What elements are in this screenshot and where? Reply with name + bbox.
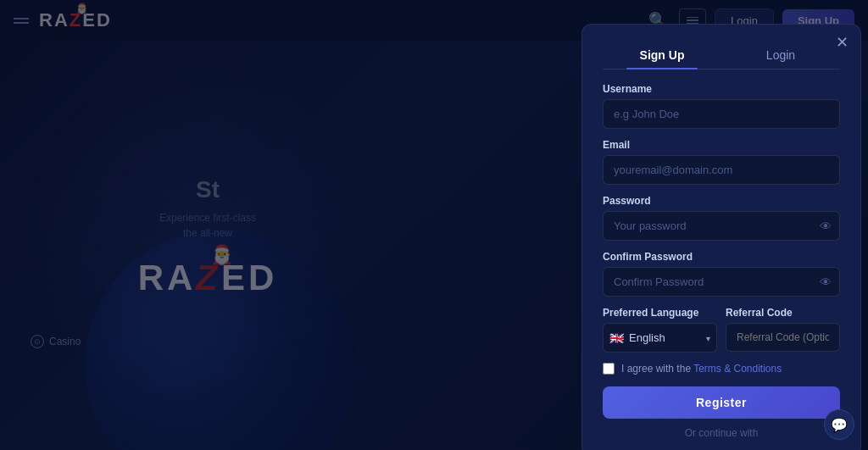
confirm-password-label: Confirm Password — [603, 251, 840, 263]
email-group: Email — [603, 139, 840, 185]
language-referral-row: Preferred Language 🇬🇧 English ▾ Referral… — [603, 307, 840, 353]
username-label: Username — [603, 83, 840, 95]
language-label: Preferred Language — [603, 307, 717, 319]
agree-text: I agree with the — [621, 363, 693, 375]
support-icon: 💬 — [831, 417, 848, 433]
referral-col: Referral Code — [726, 307, 840, 353]
password-group: Password 👁 — [603, 195, 840, 241]
confirm-password-group: Confirm Password 👁 — [603, 251, 840, 297]
email-label: Email — [603, 139, 840, 151]
flag-icon: 🇬🇧 — [609, 331, 624, 345]
terms-checkbox[interactable] — [603, 363, 615, 375]
register-button[interactable]: Register — [603, 386, 840, 419]
referral-input[interactable] — [726, 323, 840, 352]
password-wrapper: 👁 — [603, 211, 840, 241]
email-input[interactable] — [603, 155, 840, 185]
confirm-password-wrapper: 👁 — [603, 267, 840, 297]
support-button[interactable]: 💬 — [824, 409, 854, 440]
tab-login[interactable]: Login — [721, 42, 840, 69]
confirm-password-input[interactable] — [603, 267, 840, 297]
password-eye-icon[interactable]: 👁 — [820, 219, 832, 233]
terms-checkbox-row: I agree with the Terms & Conditions — [603, 363, 840, 375]
language-col: Preferred Language 🇬🇧 English ▾ — [603, 307, 717, 353]
confirm-eye-icon[interactable]: 👁 — [820, 275, 832, 289]
continue-with-text: Or continue with — [603, 427, 840, 439]
terms-text: I agree with the Terms & Conditions — [621, 363, 782, 375]
signup-modal: ✕ Sign Up Login Username Email Password … — [581, 24, 861, 450]
terms-link[interactable]: Terms & Conditions — [693, 363, 782, 375]
language-select-wrapper: 🇬🇧 English ▾ — [603, 323, 717, 353]
modal-tabs: Sign Up Login — [603, 42, 840, 69]
referral-label: Referral Code — [726, 307, 840, 319]
password-label: Password — [603, 195, 840, 207]
username-input[interactable] — [603, 99, 840, 129]
password-input[interactable] — [603, 211, 840, 241]
tab-signup[interactable]: Sign Up — [603, 42, 721, 69]
username-group: Username — [603, 83, 840, 129]
